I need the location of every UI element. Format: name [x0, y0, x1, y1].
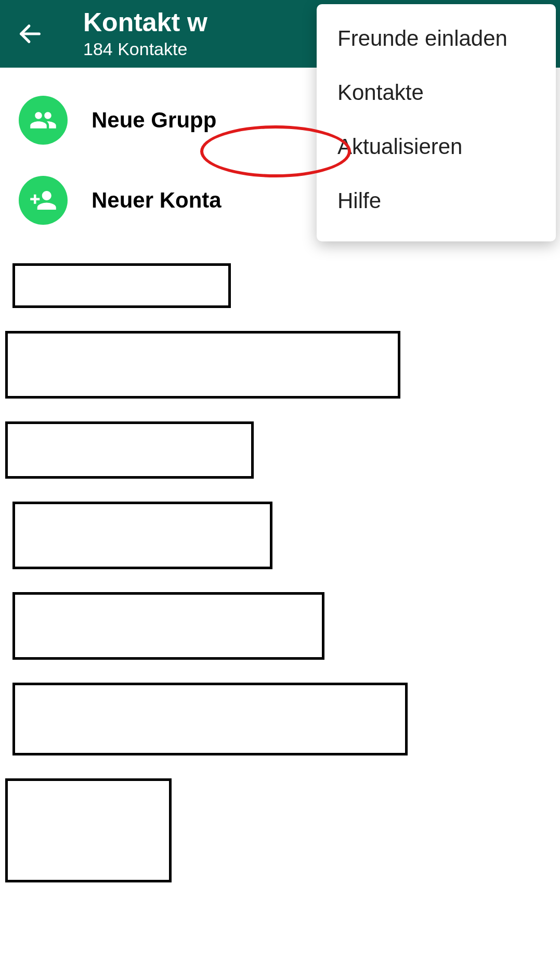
redacted-contact	[5, 778, 172, 882]
add-person-icon	[19, 176, 68, 225]
new-contact-label: Neuer Konta	[92, 188, 222, 213]
group-icon	[19, 96, 68, 145]
overflow-menu: Freunde einladen Kontakte Aktualisieren …	[317, 4, 556, 241]
redacted-contact	[5, 331, 400, 399]
contact-list	[0, 240, 560, 882]
page-title: Kontakt w	[83, 8, 207, 37]
redacted-contact	[12, 683, 408, 755]
menu-item-help[interactable]: Hilfe	[317, 174, 556, 228]
redacted-contact	[12, 592, 324, 660]
redacted-contact	[12, 502, 272, 569]
menu-item-contacts[interactable]: Kontakte	[317, 66, 556, 120]
arrow-left-icon	[17, 20, 44, 47]
new-group-label: Neue Grupp	[92, 108, 216, 133]
menu-item-refresh[interactable]: Aktualisieren	[317, 120, 556, 174]
back-button[interactable]	[15, 18, 46, 49]
menu-item-invite-friends[interactable]: Freunde einladen	[317, 11, 556, 66]
app-bar-titles: Kontakt w 184 Kontakte	[83, 8, 207, 59]
contact-count: 184 Kontakte	[83, 39, 207, 59]
redacted-contact	[5, 421, 254, 479]
redacted-contact	[12, 263, 231, 308]
